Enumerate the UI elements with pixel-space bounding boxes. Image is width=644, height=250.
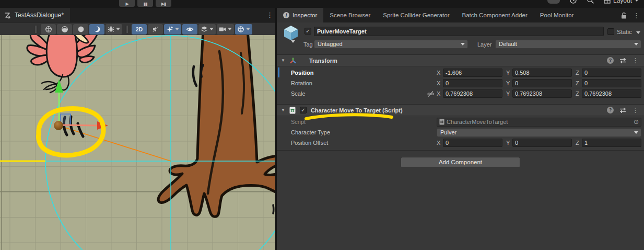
window-splitter[interactable] [275,8,277,250]
scene-viewport[interactable] [0,35,275,250]
position-y-field[interactable]: 0.508 [512,69,572,77]
foldout-icon[interactable]: ▼ [281,58,285,63]
tab-inspector[interactable]: i Inspector [277,8,323,22]
position-offset-row: Position Offset X0 Y0 Z1 [277,138,644,148]
annotation-underline [304,113,396,121]
scale-z-field[interactable]: 0.7692308 [582,89,641,98]
toolbar-separator [35,26,37,33]
inspector-tab-bar: i Inspector Scene Browser Sprite Collide… [277,8,644,22]
transform-header[interactable]: ▼ Transform ? ⋮ [277,54,644,66]
z-axis-label: Z [576,140,580,146]
presets-icon[interactable] [619,58,626,64]
scale-x-field[interactable]: 0.7692308 [443,89,502,98]
rotation-x-field[interactable]: 0 [443,79,502,87]
scene-tab-testassdialogue[interactable]: TestAssDialogue* [0,8,70,22]
effects-star-icon [166,26,173,33]
gameobject-name-field[interactable]: PulverMoveTarget [314,27,604,36]
wire-sphere-icon [45,26,52,33]
tab-scene-browser[interactable]: Scene Browser [323,8,377,22]
layers-dropdown-button[interactable] [198,24,216,35]
tag-dropdown[interactable]: Untagged [314,40,468,49]
transform-icon [289,57,297,64]
offset-z-field[interactable]: 1 [582,139,641,147]
effects-dropdown-button[interactable] [164,24,181,35]
character-type-caret-icon [634,131,638,134]
scene-visibility-button[interactable] [182,24,197,35]
layer-dropdown[interactable]: Default [495,40,641,49]
position-offset-label: Position Offset [291,140,437,146]
layout-dropdown[interactable]: Layout [604,0,639,4]
active-checkbox[interactable]: ✓ [305,28,311,35]
camera-dropdown-button[interactable] [217,24,234,35]
debug-bug-dropdown-button[interactable] [106,24,122,35]
offset-y-field[interactable]: 0 [512,139,572,147]
step-button[interactable]: ▶▮ [156,0,171,7]
inspector-panel: i Inspector Scene Browser Sprite Collide… [277,8,644,250]
z-axis-label: Z [576,70,580,76]
script-component-title: Character Move To Target (Script) [311,107,403,113]
scale-label: Scale [291,90,437,97]
component-menu-icon[interactable]: ⋮ [632,106,639,114]
tab-pool-monitor[interactable]: Pool Monitor [534,8,580,22]
play-button[interactable]: ▶ [119,0,135,7]
help-icon[interactable]: ? [607,57,614,64]
cube-caret-icon[interactable] [291,40,295,43]
bug-icon [108,26,114,32]
pause-button[interactable]: ▮▮ [137,0,153,7]
undo-history-icon[interactable] [569,0,577,4]
search-icon[interactable] [587,0,594,4]
gizmo-wire-sphere-button[interactable] [41,24,56,35]
lock-icon[interactable] [621,12,627,19]
gameobject-cube-icon[interactable] [283,25,299,41]
help-icon[interactable]: ? [607,107,614,113]
character-type-row: Character Type Pulver [277,127,644,138]
gizmo-moon-button[interactable] [89,24,104,35]
gizmo-shaded-sphere-button[interactable] [57,24,72,35]
tab-batch-component-adder[interactable]: Batch Component Adder [456,8,534,22]
play-icon: ▶ [125,2,128,6]
app-toolbar: ▶ ▮▮ ▶▮ Layout [0,0,644,8]
nav-sphere-dropdown-button[interactable] [235,24,252,35]
add-component-button[interactable]: Add Component [401,157,520,168]
y-axis-label: Y [506,140,510,146]
camera-icon [219,26,226,32]
offset-x-field[interactable]: 0 [443,139,502,147]
layers-caret-icon [209,28,214,30]
mode-2d-button[interactable]: 2D [132,24,147,35]
audio-muted-button[interactable] [148,24,163,35]
link-scale-icon[interactable] [427,90,434,97]
info-icon: i [283,12,289,18]
gizmo-solid-circle-button[interactable] [73,24,88,35]
z-axis-label: Z [576,80,580,86]
inspector-menu-icon[interactable]: ⋮ [633,12,640,19]
scene-canvas [0,35,275,250]
csharp-script-icon [289,107,296,114]
layout-caret-icon [635,0,639,2]
nav-sphere-icon [237,26,244,33]
script-object-field[interactable]: CharacterMoveToTarget ⊙ [437,118,641,127]
shaded-sphere-icon [61,26,68,33]
rotation-z-field[interactable]: 0 [582,79,641,87]
position-z-field[interactable]: 0 [582,69,641,77]
position-x-field[interactable]: -1.606 [443,69,502,77]
dialogue-window-icon [4,12,11,19]
moon-icon [93,26,101,33]
static-caret-icon[interactable] [636,31,640,34]
y-axis-label: Y [506,80,510,86]
tab-label: Inspector [292,12,317,18]
target-ball-sprite[interactable] [54,121,63,130]
foldout-icon[interactable]: ▼ [281,108,285,112]
static-checkbox[interactable] [607,28,614,35]
character-type-dropdown[interactable]: Pulver [437,128,641,137]
scale-y-field[interactable]: 0.7692308 [512,89,572,98]
layer-value: Default [499,41,517,47]
object-picker-icon[interactable]: ⊙ [634,118,639,126]
component-menu-icon[interactable]: ⋮ [632,56,639,64]
character-type-value: Pulver [440,129,456,135]
rotation-y-field[interactable]: 0 [512,79,572,87]
presets-icon[interactable] [619,107,626,113]
cloud-services-button[interactable] [547,0,560,4]
tab-sprite-collider-generator[interactable]: Sprite Collider Generator [377,8,455,22]
scene-tab-menu-icon[interactable]: ⋮ [266,11,273,19]
scene-view-window: TestAssDialogue* ⋮ 2D [0,8,275,250]
